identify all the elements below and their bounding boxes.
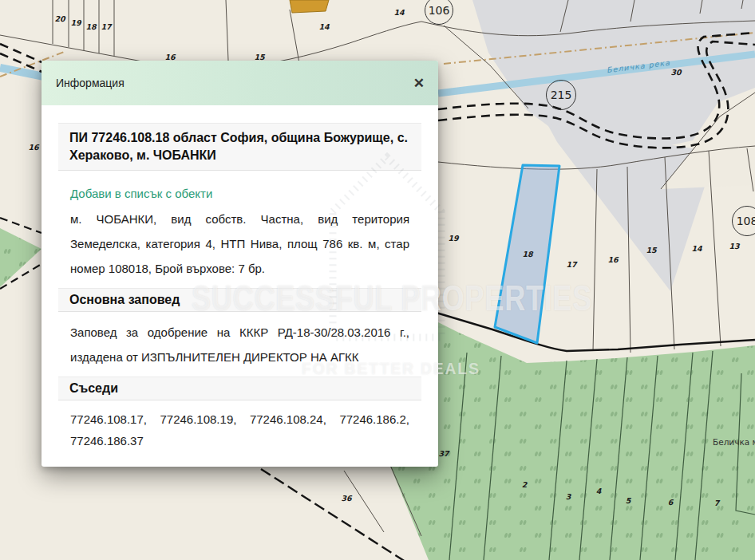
neighbors-section-header: Съседи: [58, 377, 421, 400]
info-popup-header: Информация ✕: [42, 61, 438, 105]
popup-title: Информация: [56, 77, 125, 89]
property-description: м. ЧОБАНКИ, вид собств. Частна, вид тери…: [70, 207, 409, 281]
property-title: ПИ 77246.108.18 област София, община Бож…: [58, 123, 421, 171]
close-button[interactable]: ✕: [413, 77, 425, 90]
add-to-list-link[interactable]: Добави в списък с обекти: [70, 187, 212, 200]
info-popup-body: ПИ 77246.108.18 област София, община Бож…: [42, 105, 438, 452]
neighbors-list: 77246.108.17, 77246.108.19, 77246.108.24…: [70, 408, 409, 452]
building-footprint: [290, 0, 329, 13]
order-section-header: Основна заповед: [58, 288, 421, 312]
order-text: Заповед за одобрение на КККР РД-18-30/28…: [70, 320, 409, 369]
cadastral-map-app: Беличка река Беличка м 20191817161514141…: [0, 0, 755, 560]
info-popup: Информация ✕ ПИ 77246.108.18 област Софи…: [42, 61, 438, 467]
